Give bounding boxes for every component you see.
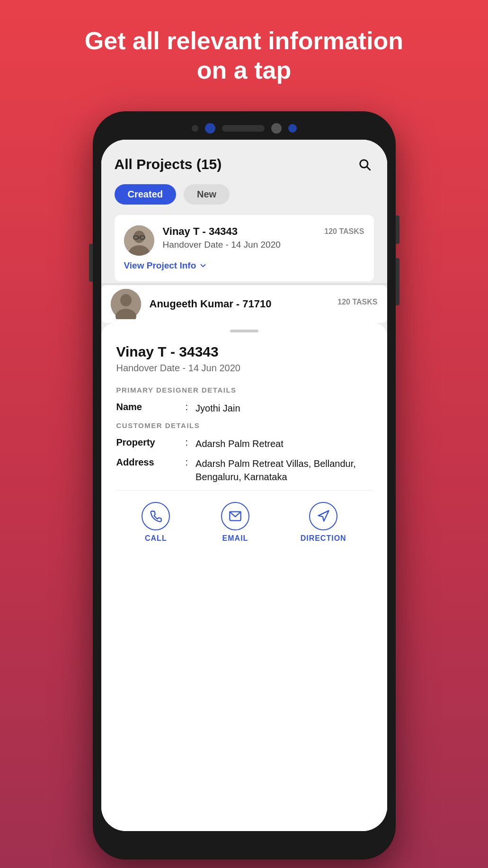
phone-shell: All Projects (15) Created New xyxy=(93,111,396,859)
project2-tasks: 120 TASKS xyxy=(337,298,377,310)
sheet-project-name: Vinay T - 34343 xyxy=(116,344,372,360)
property-row: Property : Adarsh Palm Retreat xyxy=(116,437,372,450)
sheet-handle xyxy=(230,330,258,332)
phone-screen: All Projects (15) Created New xyxy=(101,140,387,831)
project-card-top: Vinay T - 34343 120 TASKS Handover Date … xyxy=(124,225,364,256)
phone-top-bar xyxy=(173,122,315,135)
filter-new-button[interactable]: New xyxy=(184,184,230,205)
svg-point-3 xyxy=(133,231,145,243)
svg-point-9 xyxy=(120,294,132,306)
address-colon: : xyxy=(186,457,188,468)
filter-created-button[interactable]: Created xyxy=(115,184,176,205)
app-content: All Projects (15) Created New xyxy=(101,140,387,831)
project-name-row: Vinay T - 34343 120 TASKS xyxy=(163,225,364,238)
property-value: Adarsh Palm Retreat xyxy=(195,437,372,450)
avatar-2 xyxy=(111,289,141,319)
name-colon: : xyxy=(186,402,188,412)
camera-lens-icon xyxy=(205,123,215,134)
sensor-icon xyxy=(271,123,282,134)
address-label: Address xyxy=(116,457,178,468)
power-button-ext xyxy=(396,258,399,305)
power-button xyxy=(396,215,399,244)
action-bar: CALL EMAIL xyxy=(116,490,372,552)
project-card-1[interactable]: Vinay T - 34343 120 TASKS Handover Date … xyxy=(115,215,374,281)
indicator-icon xyxy=(288,124,297,133)
svg-line-1 xyxy=(367,167,370,170)
customer-section-label: CUSTOMER DETAILS xyxy=(116,421,372,430)
camera-dot-icon xyxy=(192,125,198,132)
call-button[interactable]: CALL xyxy=(142,502,170,543)
view-project-info-link[interactable]: View Project Info xyxy=(124,260,364,271)
project-name: Vinay T - 34343 xyxy=(163,225,238,238)
property-label: Property xyxy=(116,437,178,448)
project-date: Handover Date - 14 Jun 2020 xyxy=(163,240,364,250)
direction-button[interactable]: DIRECTION xyxy=(301,502,346,543)
hero-title: Get all relevant information on a tap xyxy=(79,26,410,85)
direction-icon-circle xyxy=(309,502,337,530)
filter-buttons: Created New xyxy=(115,184,374,205)
project2-info: Anugeeth Kumar - 71710 120 TASKS xyxy=(150,298,378,310)
primary-designer-section-label: PRIMARY DESIGNER DETAILS xyxy=(116,386,372,394)
direction-label: DIRECTION xyxy=(301,534,346,543)
address-value: Adarsh Palm Retreat Villas, Bellandur, B… xyxy=(195,457,372,483)
name-row: Name : Jyothi Jain xyxy=(116,402,372,415)
search-button[interactable] xyxy=(355,155,374,174)
volume-button xyxy=(89,244,93,282)
project-card-2-partial[interactable]: Anugeeth Kumar - 71710 120 TASKS xyxy=(101,285,387,323)
avatar xyxy=(124,225,154,256)
project-info: Vinay T - 34343 120 TASKS Handover Date … xyxy=(163,225,364,250)
email-label: EMAIL xyxy=(222,534,248,543)
bottom-sheet: Vinay T - 34343 Handover Date - 14 Jun 2… xyxy=(101,323,387,831)
projects-section: All Projects (15) Created New xyxy=(101,140,387,283)
sheet-project-date: Handover Date - 14 Jun 2020 xyxy=(116,363,372,374)
address-row: Address : Adarsh Palm Retreat Villas, Be… xyxy=(116,457,372,483)
projects-title: All Projects (15) xyxy=(115,156,222,172)
email-button[interactable]: EMAIL xyxy=(221,502,249,543)
svg-marker-12 xyxy=(319,510,329,521)
project-tasks: 120 TASKS xyxy=(324,227,364,236)
speaker-icon xyxy=(222,125,265,132)
name-label: Name xyxy=(116,402,178,412)
call-icon-circle xyxy=(142,502,170,530)
project2-name: Anugeeth Kumar - 71710 xyxy=(150,298,272,310)
name-value: Jyothi Jain xyxy=(195,402,372,415)
email-icon-circle xyxy=(221,502,249,530)
projects-header: All Projects (15) xyxy=(115,155,374,174)
property-colon: : xyxy=(186,437,188,448)
phone-mockup: All Projects (15) Created New xyxy=(93,111,396,859)
call-label: CALL xyxy=(145,534,167,543)
